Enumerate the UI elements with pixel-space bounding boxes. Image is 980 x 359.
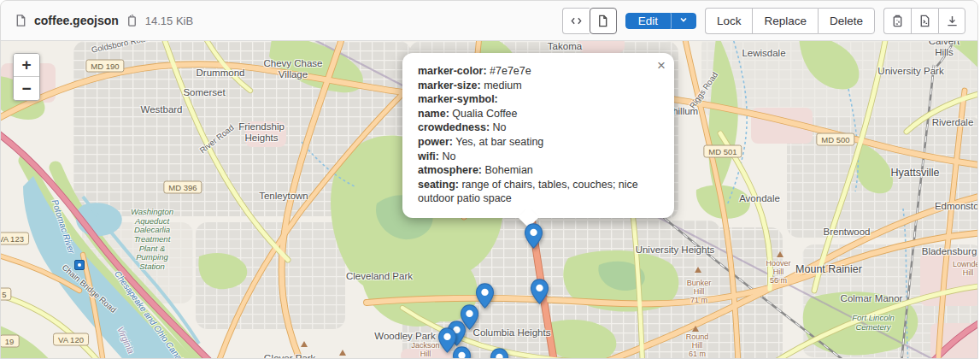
- feature-property-row: marker-symbol:: [418, 92, 655, 107]
- zoom-out-button[interactable]: −: [14, 77, 39, 100]
- feature-properties: marker-color: #7e7e7emarker-size: medium…: [418, 64, 655, 206]
- replace-button[interactable]: Replace: [752, 8, 818, 34]
- code-icon: [570, 15, 583, 27]
- edit-dropdown-button[interactable]: [671, 13, 696, 29]
- feature-property-row: seating: range of chairs, tables, couche…: [418, 178, 655, 206]
- edit-button[interactable]: Edit: [625, 13, 671, 29]
- copy-filename-icon[interactable]: [126, 14, 138, 27]
- map-marker[interactable]: [490, 348, 509, 358]
- feature-property-row: crowdedness: No: [418, 121, 655, 135]
- view-toggle-group: [562, 8, 617, 34]
- feature-property-row: name: Qualia Coffee: [418, 107, 655, 121]
- copy-contents-button[interactable]: [883, 8, 911, 34]
- map-marker[interactable]: [452, 346, 472, 358]
- file-code-icon: [918, 15, 931, 27]
- delete-button[interactable]: Delete: [818, 8, 875, 34]
- snippet-file-viewer: coffee.geojson 14.15 KiB Edit: [0, 0, 978, 359]
- zoom-in-button[interactable]: +: [14, 54, 39, 77]
- rendered-view-button[interactable]: [590, 8, 617, 34]
- chevron-down-icon: [678, 15, 689, 25]
- feature-property-row: marker-size: medium: [418, 79, 655, 93]
- map-zoom-control: + −: [13, 53, 40, 101]
- lock-button[interactable]: Lock: [705, 8, 753, 34]
- file-header: coffee.geojson 14.15 KiB Edit: [1, 1, 977, 41]
- feature-property-row: atmosphere: Bohemian: [418, 163, 655, 178]
- file-size: 14.15 KiB: [145, 15, 193, 27]
- map-marker-selected[interactable]: [524, 223, 543, 249]
- edit-split-button: Edit: [625, 13, 696, 29]
- feature-property-row: wifi: No: [418, 150, 655, 164]
- source-view-button[interactable]: [562, 8, 590, 34]
- download-button[interactable]: [938, 8, 965, 34]
- popup-close-button[interactable]: ×: [657, 58, 666, 73]
- file-actions-group: Lock Replace Delete: [705, 8, 875, 34]
- file-icon: [15, 14, 27, 27]
- feature-popup: marker-color: #7e7e7emarker-size: medium…: [402, 53, 674, 218]
- feature-property-row: marker-color: #7e7e7e: [418, 64, 655, 79]
- feature-property-row: power: Yes, at bar seating: [418, 135, 655, 150]
- map-marker[interactable]: [530, 279, 549, 304]
- file-tools-group: [883, 8, 965, 34]
- document-icon: [596, 15, 609, 27]
- map-canvas[interactable]: TakomaLewisdaleCalvert HillsUniversity P…: [1, 41, 977, 358]
- download-icon: [946, 15, 959, 27]
- clipboard-copy-icon: [891, 15, 904, 27]
- file-name: coffee.geojson: [34, 14, 119, 27]
- open-raw-button[interactable]: [911, 8, 938, 34]
